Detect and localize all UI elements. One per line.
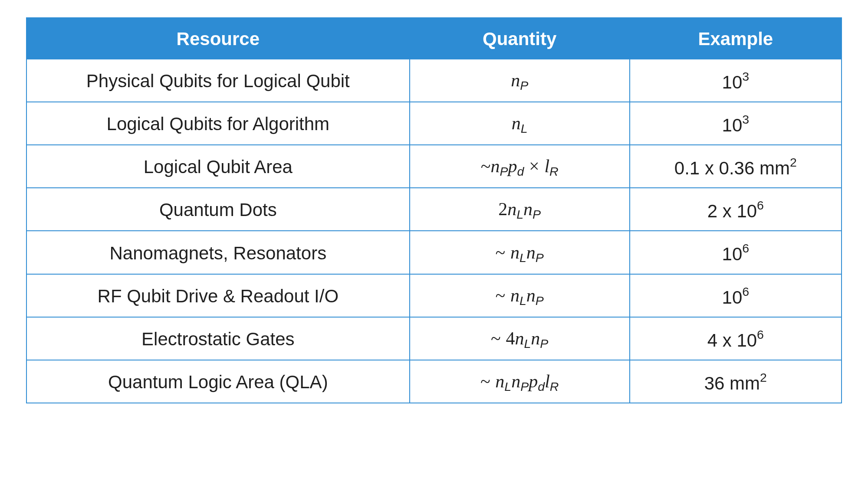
cell-quantity: ~nPpd × lR bbox=[410, 145, 630, 188]
table-row: Quantum Logic Area (QLA) ~ nLnPpdlR 36 m… bbox=[26, 360, 842, 403]
cell-quantity: nP bbox=[410, 59, 630, 102]
cell-quantity: nL bbox=[410, 102, 630, 145]
table-row: RF Qubit Drive & Readout I/O ~ nLnP 106 bbox=[26, 274, 842, 317]
cell-quantity: ~ nLnP bbox=[410, 274, 630, 317]
resource-table: Resource Quantity Example Physical Qubit… bbox=[26, 17, 842, 403]
table-row: Nanomagnets, Resonators ~ nLnP 106 bbox=[26, 231, 842, 274]
cell-resource: Electrostatic Gates bbox=[26, 317, 410, 360]
table-header-row: Resource Quantity Example bbox=[26, 18, 842, 59]
cell-example: 0.1 x 0.36 mm2 bbox=[630, 145, 842, 188]
cell-resource: Nanomagnets, Resonators bbox=[26, 231, 410, 274]
cell-quantity: ~ 4nLnP bbox=[410, 317, 630, 360]
table-row: Logical Qubits for Algorithm nL 103 bbox=[26, 102, 842, 145]
table-row: Physical Qubits for Logical Qubit nP 103 bbox=[26, 59, 842, 102]
cell-example: 106 bbox=[630, 231, 842, 274]
cell-resource: Quantum Dots bbox=[26, 188, 410, 231]
col-header-resource: Resource bbox=[26, 18, 410, 59]
cell-resource: Logical Qubit Area bbox=[26, 145, 410, 188]
table-row: Quantum Dots 2nLnP 2 x 106 bbox=[26, 188, 842, 231]
table-row: Electrostatic Gates ~ 4nLnP 4 x 106 bbox=[26, 317, 842, 360]
col-header-example: Example bbox=[630, 18, 842, 59]
col-header-quantity: Quantity bbox=[410, 18, 630, 59]
cell-resource: RF Qubit Drive & Readout I/O bbox=[26, 274, 410, 317]
cell-example: 103 bbox=[630, 102, 842, 145]
cell-example: 2 x 106 bbox=[630, 188, 842, 231]
cell-resource: Physical Qubits for Logical Qubit bbox=[26, 59, 410, 102]
table-body: Physical Qubits for Logical Qubit nP 103… bbox=[26, 59, 842, 403]
cell-example: 36 mm2 bbox=[630, 360, 842, 403]
cell-quantity: ~ nLnPpdlR bbox=[410, 360, 630, 403]
table-row: Logical Qubit Area ~nPpd × lR 0.1 x 0.36… bbox=[26, 145, 842, 188]
cell-resource: Quantum Logic Area (QLA) bbox=[26, 360, 410, 403]
cell-example: 103 bbox=[630, 59, 842, 102]
cell-quantity: ~ nLnP bbox=[410, 231, 630, 274]
cell-quantity: 2nLnP bbox=[410, 188, 630, 231]
cell-example: 4 x 106 bbox=[630, 317, 842, 360]
cell-example: 106 bbox=[630, 274, 842, 317]
cell-resource: Logical Qubits for Algorithm bbox=[26, 102, 410, 145]
